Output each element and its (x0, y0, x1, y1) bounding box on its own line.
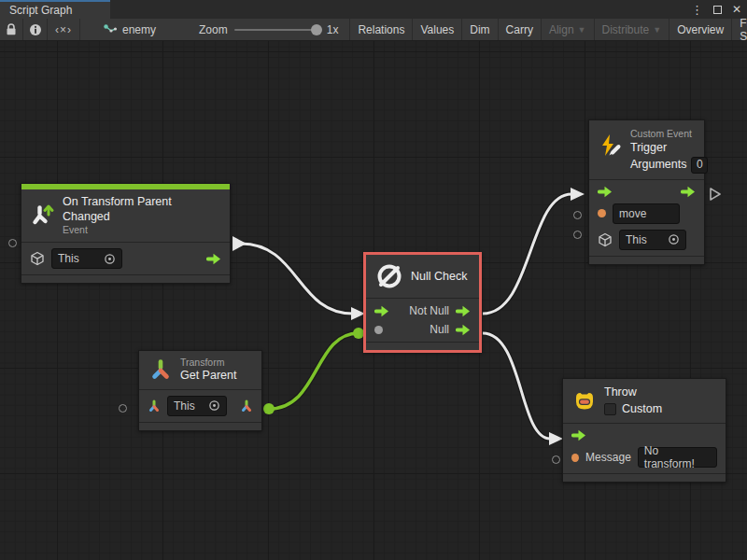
distribute-label: Distribute (602, 23, 650, 36)
customevent-target-port[interactable] (573, 231, 582, 239)
tab-bar: Script Graph ⋮ ✕ (0, 0, 747, 19)
target-value: This (174, 399, 195, 413)
info-button[interactable] (23, 19, 48, 40)
getparent-target-port[interactable] (119, 404, 127, 413)
graph-canvas[interactable]: On Transform Parent Changed Event This (0, 41, 747, 560)
node-category: Transform (180, 357, 236, 369)
node-footer (366, 342, 479, 350)
node-header: Null Check (366, 255, 479, 298)
target-field[interactable]: This (167, 396, 227, 416)
custom-label: Custom (622, 402, 662, 417)
values-label: Values (420, 23, 454, 36)
wire-endpoint-dot (263, 403, 275, 414)
node-category: Custom Event (630, 128, 708, 140)
event-target-port[interactable] (8, 239, 17, 247)
customevent-output-port[interactable] (709, 187, 722, 202)
values-button[interactable]: Values (412, 19, 461, 40)
transform-port-icon[interactable] (148, 399, 161, 413)
node-footer (139, 422, 261, 430)
zoom-label: Zoom (199, 23, 228, 36)
zoom-value: 1x (327, 23, 339, 36)
flow-output-arrow-icon[interactable] (456, 324, 471, 336)
event-name-value: move (619, 207, 646, 220)
node-body: This (21, 242, 230, 274)
target-value: This (58, 252, 79, 265)
message-field[interactable]: No transform! (638, 447, 717, 468)
node-throw[interactable]: Throw Custom Message No (562, 378, 726, 483)
flow-input-arrow-icon[interactable] (374, 305, 389, 317)
node-on-transform-parent-changed[interactable]: On Transform Parent Changed Event This (21, 183, 231, 284)
overview-button[interactable]: Overview (669, 19, 731, 40)
object-picker-icon[interactable] (104, 253, 116, 265)
node-get-parent[interactable]: Transform Get Parent This (138, 350, 262, 431)
flow-output-arrow-icon[interactable] (681, 186, 696, 198)
full-screen-button[interactable]: Full Screen (731, 19, 747, 40)
message-port[interactable] (571, 454, 579, 462)
node-title: Throw (604, 385, 662, 400)
object-picker-icon[interactable] (668, 233, 680, 245)
zoom-slider-handle[interactable] (311, 24, 322, 35)
node-footer (563, 473, 726, 482)
dim-button[interactable]: Dim (461, 19, 497, 40)
node-title: Trigger (630, 141, 708, 156)
maximize-icon[interactable] (713, 6, 722, 14)
align-button: Align ▼ (541, 19, 594, 40)
node-title: Null Check (411, 270, 467, 283)
node-header: Transform Get Parent (139, 351, 261, 389)
flow-output-arrow-icon[interactable] (456, 305, 471, 317)
customevent-name-port[interactable] (573, 211, 582, 219)
value-input-port[interactable] (374, 326, 383, 334)
script-graph-window: Script Graph ⋮ ✕ ‹×› enemy (0, 0, 747, 560)
code-view-button[interactable]: ‹×› (48, 19, 80, 40)
object-picker-icon[interactable] (208, 399, 220, 412)
code-icon: ‹×› (55, 23, 72, 36)
target-field[interactable]: This (51, 248, 122, 269)
graph-icon (103, 23, 118, 36)
event-name-port[interactable] (598, 209, 606, 217)
throw-message-port[interactable] (552, 455, 560, 464)
custom-checkbox[interactable] (604, 403, 616, 415)
wire-getparent-to-nullcheck-outline (269, 333, 359, 409)
null-label: Null (430, 323, 449, 336)
close-icon[interactable]: ✕ (732, 4, 741, 15)
node-trigger-custom-event[interactable]: Custom Event Trigger Arguments 0 (588, 119, 705, 265)
lock-icon (6, 23, 17, 35)
zoom-control: Zoom 1x (191, 19, 345, 40)
transform-output-port-icon[interactable] (240, 399, 253, 413)
tab-script-graph[interactable]: Script Graph (0, 0, 110, 19)
target-value: This (626, 233, 647, 246)
flow-input-arrow-icon[interactable] (571, 429, 586, 441)
arguments-field[interactable]: 0 (691, 157, 708, 174)
gameobject-cube-icon (30, 251, 45, 266)
wire-notnull-to-trigger-outline (483, 194, 571, 314)
lock-button[interactable] (0, 19, 23, 40)
node-null-check[interactable]: Null Check Not Null (363, 252, 482, 353)
carry-label: Carry (506, 23, 533, 36)
message-value: No transform! (644, 444, 711, 470)
arguments-value: 0 (697, 158, 703, 172)
event-name-field[interactable]: move (613, 203, 680, 224)
target-field[interactable]: This (619, 230, 686, 250)
flow-input-arrow-icon[interactable] (598, 186, 613, 198)
graph-name-breadcrumb[interactable]: enemy (93, 19, 165, 40)
align-label: Align (549, 23, 574, 36)
zoom-slider[interactable] (234, 29, 320, 31)
chevron-down-icon: ▼ (578, 25, 586, 35)
chevron-down-icon: ▼ (653, 25, 661, 35)
wire-null-to-throw[interactable] (483, 333, 550, 439)
carry-button[interactable]: Carry (498, 19, 541, 40)
relations-button[interactable]: Relations (349, 19, 412, 40)
node-header: Throw Custom (563, 379, 726, 423)
node-body: This (139, 389, 261, 422)
window-menu-icon[interactable]: ⋮ (691, 4, 703, 16)
custom-event-icon (599, 133, 623, 158)
wire-null-to-throw-outline (483, 333, 550, 439)
graph-name-label: enemy (122, 23, 156, 36)
wire-event-to-nullcheck[interactable] (241, 244, 353, 314)
node-body: Message No transform! (563, 423, 726, 473)
wire-arrowhead (549, 432, 563, 445)
flow-output-arrow-icon[interactable] (206, 253, 221, 265)
transform-icon (148, 357, 173, 382)
window-controls: ⋮ ✕ (691, 0, 741, 19)
arguments-label: Arguments (630, 158, 686, 173)
